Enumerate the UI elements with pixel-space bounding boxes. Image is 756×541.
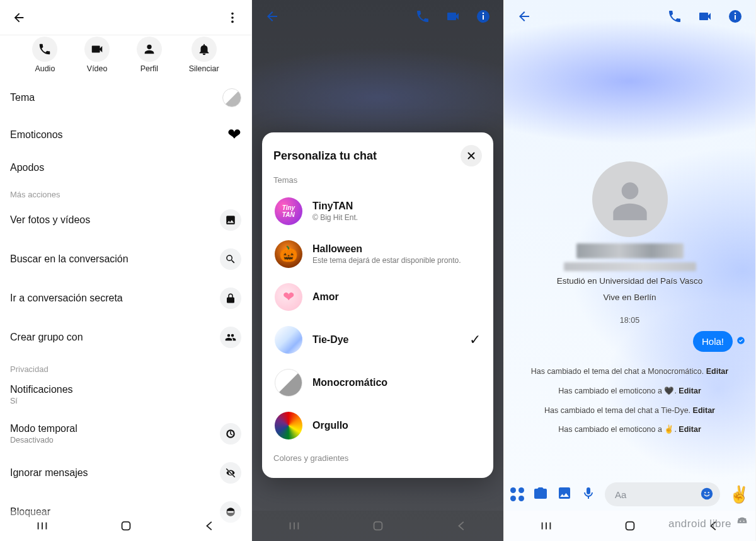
back-nav-icon[interactable]: [455, 519, 469, 533]
camera-button[interactable]: [533, 486, 548, 503]
back-nav-icon[interactable]: [203, 519, 217, 533]
theme-swatch-icon: [222, 88, 241, 107]
info-button[interactable]: [728, 9, 743, 26]
emoji-button[interactable]: [700, 487, 714, 503]
row-nicknames-label: Apodos: [10, 162, 44, 173]
contact-location: Vive en Berlín: [604, 291, 656, 304]
action-video[interactable]: Vídeo: [84, 37, 110, 73]
row-notifications[interactable]: Notificaciones Sí: [10, 375, 241, 414]
image-icon: [225, 214, 236, 226]
svg-rect-13: [735, 15, 736, 20]
theme-tinytan[interactable]: TinyTAN TinyTAN © Big Hit Ent.: [273, 190, 482, 233]
row-group[interactable]: Crear grupo con: [10, 318, 241, 357]
avatar[interactable]: [592, 161, 668, 237]
row-emoticons[interactable]: Emoticonos ❤: [10, 116, 241, 153]
apps-button[interactable]: [510, 487, 524, 501]
theme-amor[interactable]: ❤ Amor: [273, 276, 482, 318]
reaction-button[interactable]: ✌️: [729, 485, 749, 504]
row-search[interactable]: Buscar en la conversación: [10, 240, 241, 279]
arrow-left-icon: [12, 11, 26, 25]
action-audio-label: Audio: [35, 64, 55, 73]
recents-icon[interactable]: [539, 519, 553, 533]
action-mute[interactable]: Silenciar: [189, 37, 219, 73]
composer: Aa ✌️: [504, 478, 755, 511]
svg-point-17: [704, 491, 706, 492]
theme-amor-label: Amor: [312, 291, 481, 303]
contact-sub-redacted: [564, 262, 696, 271]
theme-mono[interactable]: Monocromático: [273, 361, 482, 404]
recents-icon[interactable]: [35, 519, 49, 533]
action-profile[interactable]: Perfil: [137, 37, 162, 73]
home-icon[interactable]: [623, 519, 637, 533]
row-photos[interactable]: Ver fotos y vídeos: [10, 201, 241, 240]
heart-icon: ❤: [227, 125, 241, 144]
lock-icon: [225, 293, 236, 304]
themes-section-label: Temas: [273, 175, 482, 185]
chat-header: [504, 0, 755, 35]
row-nicknames[interactable]: Apodos: [10, 153, 241, 182]
row-secret-label: Ir a conversación secreta: [10, 293, 123, 304]
action-video-label: Vídeo: [87, 64, 108, 73]
message-input-placeholder: Aa: [615, 489, 626, 500]
back-nav-icon[interactable]: [707, 519, 721, 533]
home-icon[interactable]: [119, 519, 133, 533]
theme-tiedye[interactable]: Tie-Dye ✓: [273, 318, 482, 361]
svg-point-0: [231, 12, 234, 15]
video-call-button[interactable]: [697, 9, 713, 26]
recents-icon[interactable]: [287, 519, 301, 533]
mic-button[interactable]: [581, 486, 596, 503]
back-button[interactable]: [517, 9, 532, 26]
theme-swatch-tinytan-icon: TinyTAN: [275, 197, 302, 225]
close-icon: [466, 150, 477, 161]
edit-link[interactable]: Editar: [706, 367, 728, 376]
system-message: Has cambiado el tema del chat a Tie-Dye.…: [544, 405, 715, 417]
edit-link[interactable]: Editar: [693, 406, 715, 415]
timer-icon: [225, 428, 236, 439]
svg-rect-9: [483, 15, 484, 20]
message-bubble[interactable]: Hola!: [693, 331, 733, 352]
message-input[interactable]: Aa: [605, 482, 720, 506]
row-notifications-label: Notificaciones: [10, 384, 73, 395]
action-audio[interactable]: Audio: [32, 37, 57, 73]
row-search-label: Buscar en la conversación: [10, 253, 129, 265]
row-temp-mode[interactable]: Modo temporal Desactivado: [10, 414, 241, 453]
edit-link[interactable]: Editar: [679, 387, 701, 395]
theme-orgullo-label: Orgullo: [312, 420, 481, 431]
more-button[interactable]: [222, 8, 243, 28]
system-message: Has cambiado el emoticono a ✌️. Editar: [558, 424, 701, 436]
back-button[interactable]: [265, 9, 280, 26]
eye-off-icon: [225, 467, 236, 479]
row-temp-label: Modo temporal: [10, 423, 77, 434]
theme-tinytan-sub: © Big Hit Ent.: [312, 213, 481, 222]
theme-orgullo[interactable]: Orgullo: [273, 404, 482, 447]
edit-link[interactable]: Editar: [679, 425, 701, 434]
nav-bar: [252, 511, 503, 541]
close-button[interactable]: [461, 145, 482, 166]
gallery-button[interactable]: [557, 486, 572, 503]
row-photos-label: Ver fotos y vídeos: [10, 214, 90, 226]
row-ignore[interactable]: Ignorar mensajes: [10, 453, 241, 492]
delivered-icon: [736, 336, 745, 347]
svg-point-14: [735, 13, 736, 15]
call-button[interactable]: [415, 9, 430, 26]
chat-content[interactable]: Estudió en Universidad del País Vasco Vi…: [504, 35, 755, 478]
video-call-button[interactable]: [445, 9, 461, 26]
theme-sheet: Personaliza tu chat Temas TinyTAN TinyTA…: [262, 132, 493, 478]
theme-halloween[interactable]: 🎃 Halloween Este tema dejará de estar di…: [273, 233, 482, 276]
row-theme[interactable]: Tema: [10, 79, 241, 116]
svg-point-16: [701, 487, 713, 499]
section-privacy: Privacidad: [10, 357, 241, 375]
section-more-actions: Más acciones: [10, 182, 241, 201]
call-button[interactable]: [667, 9, 682, 26]
action-mute-label: Silenciar: [189, 64, 219, 73]
info-button[interactable]: [476, 9, 491, 26]
settings-pane: Audio Vídeo Perfil Silenciar Tema Emotic…: [0, 0, 252, 541]
back-button[interactable]: [9, 8, 29, 28]
timestamp: 18:05: [620, 316, 639, 325]
home-icon[interactable]: [371, 519, 385, 533]
row-secret[interactable]: Ir a conversación secreta: [10, 279, 241, 318]
row-emoticons-label: Emoticonos: [10, 129, 63, 141]
row-temp-sub: Desactivado: [10, 436, 77, 445]
theme-swatch-amor-icon: ❤: [275, 283, 302, 311]
theme-tinytan-label: TinyTAN: [312, 201, 481, 212]
